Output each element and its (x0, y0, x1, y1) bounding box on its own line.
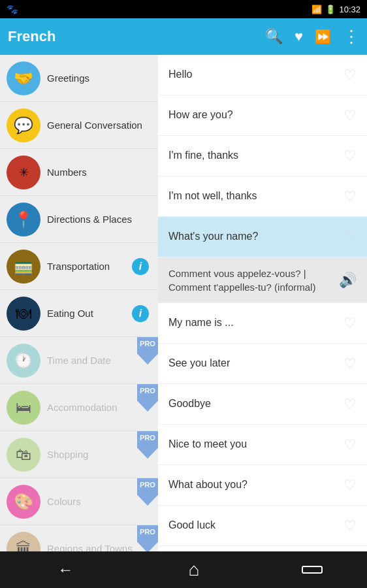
phrase-hello-heart[interactable]: ♡ (343, 67, 357, 84)
phrase-nice-meet[interactable]: Nice to meet you ♡ (158, 425, 367, 465)
home-button[interactable]: ⌂ (176, 554, 213, 585)
phrase-good-luck-text: Good luck (168, 518, 338, 532)
phrase-not-well-heart[interactable]: ♡ (343, 188, 357, 205)
main-content: 🤝 Greetings 💬 General Conversation ✳ Num… (0, 55, 367, 551)
phrase-whats-name-heart[interactable]: ♡ (343, 229, 357, 246)
android-icon: 🐾 (7, 4, 18, 14)
phrase-goodbye-heart[interactable]: ♡ (343, 396, 357, 413)
general-conversation-icon: 💬 (7, 108, 40, 142)
transportation-icon: 🚃 (7, 250, 40, 284)
phrase-what-about-heart[interactable]: ♡ (343, 477, 357, 494)
directions-label: Directions & Places (47, 214, 132, 225)
wifi-icon: 📶 (311, 5, 322, 14)
phrase-im-fine-text: I'm fine, thanks (168, 148, 338, 163)
battery-icon: 🔋 (325, 5, 336, 14)
sidebar-item-transportation[interactable]: 🚃 Transportation i (0, 243, 158, 290)
accommodation-icon: 🛏 (7, 391, 40, 425)
phrase-see-later[interactable]: See you later ♡ (158, 344, 367, 384)
colours-pro-badge: PRO (137, 478, 158, 506)
phrase-my-name-heart[interactable]: ♡ (343, 315, 357, 332)
menu-button[interactable]: ⋮ (343, 27, 359, 47)
eating-out-info-badge[interactable]: i (132, 305, 149, 322)
phrase-translation-speaker[interactable]: 🔊 (339, 272, 357, 289)
phrase-good-luck-heart[interactable]: ♡ (343, 517, 357, 534)
phrase-what-about[interactable]: What about you? ♡ (158, 465, 367, 506)
accommodation-label: Accommodation (47, 402, 118, 413)
sidebar-item-colours[interactable]: 🎨 Colours PRO (0, 478, 158, 525)
shopping-label: Shopping (47, 449, 88, 460)
colours-icon: 🎨 (7, 485, 40, 519)
transportation-info-badge[interactable]: i (132, 258, 149, 275)
regions-towns-label: Regions and Towns (47, 543, 133, 551)
phrase-not-well[interactable]: I'm not well, thanks ♡ (158, 176, 367, 217)
phrase-my-name-text: My name is ... (168, 316, 338, 330)
phrase-whats-name[interactable]: What's your name? ♡ (158, 217, 367, 257)
numbers-icon: ✳ (7, 155, 40, 189)
sidebar-item-greetings[interactable]: 🤝 Greetings (0, 55, 158, 102)
sidebar-item-accommodation[interactable]: 🛏 Accommodation PRO (0, 384, 158, 431)
phrase-nice-meet-heart[interactable]: ♡ (343, 436, 357, 453)
phrase-my-name[interactable]: My name is ... ♡ (158, 303, 367, 344)
top-bar: French 🔍 ♥ ⏩ ⋮ (0, 18, 367, 55)
bottom-nav: ← ⌂ (0, 551, 367, 588)
sidebar-item-eating-out[interactable]: 🍽 Eating Out i (0, 290, 158, 337)
time-date-icon: 🕐 (7, 344, 40, 378)
greetings-icon: 🤝 (7, 61, 40, 95)
sidebar-item-shopping[interactable]: 🛍 Shopping PRO (0, 431, 158, 478)
phrase-how-are-you-text: How are you? (168, 108, 338, 122)
right-panel: Hello ♡ How are you? ♡ I'm fine, thanks … (158, 55, 367, 551)
phrase-good-luck[interactable]: Good luck ♡ (158, 506, 367, 546)
app-title: French (8, 28, 265, 45)
phrase-goodbye[interactable]: Goodbye ♡ (158, 384, 367, 425)
status-bar: 🐾 📶 🔋 10:32 (0, 0, 367, 18)
phrase-im-fine-heart[interactable]: ♡ (343, 148, 357, 165)
transportation-label: Transportation (47, 261, 110, 272)
shopping-pro-badge: PRO (137, 431, 158, 459)
phrase-what-about-text: What about you? (168, 478, 338, 492)
phrase-hello[interactable]: Hello ♡ (158, 55, 367, 95)
phrase-not-well-text: I'm not well, thanks (168, 189, 338, 203)
search-button[interactable]: 🔍 (265, 28, 283, 45)
regions-towns-icon: 🏛 (7, 532, 40, 552)
phrase-im-fine[interactable]: I'm fine, thanks ♡ (158, 136, 367, 176)
phrase-translation[interactable]: Comment vous appelez-vous? | Comment t'a… (158, 257, 367, 303)
sidebar-item-general-conversation[interactable]: 💬 General Conversation (0, 102, 158, 149)
directions-icon: 📍 (7, 203, 40, 237)
phrase-see-later-heart[interactable]: ♡ (343, 355, 357, 372)
phrase-whats-name-text: What's your name? (168, 229, 338, 244)
back-button[interactable]: ← (44, 555, 86, 584)
favorites-button[interactable]: ♥ (295, 28, 303, 45)
sidebar-item-time-date[interactable]: 🕐 Time and Date PRO (0, 337, 158, 384)
recent-button[interactable] (302, 566, 323, 574)
colours-label: Colours (47, 496, 81, 507)
numbers-label: Numbers (47, 167, 87, 178)
accommodation-pro-badge: PRO (137, 384, 158, 412)
sidebar-item-regions-towns[interactable]: 🏛 Regions and Towns PRO (0, 525, 158, 551)
time-date-label: Time and Date (47, 355, 111, 366)
sidebar: 🤝 Greetings 💬 General Conversation ✳ Num… (0, 55, 158, 551)
phrase-how-are-you-heart[interactable]: ♡ (343, 107, 357, 124)
phrase-see-later-text: See you later (168, 356, 338, 370)
phrase-hello-text: Hello (168, 67, 338, 82)
greetings-label: Greetings (47, 73, 89, 84)
phrase-translation-text: Comment vous appelez-vous? | Comment t'a… (168, 267, 334, 294)
regions-towns-pro-badge: PRO (137, 525, 158, 551)
time-date-pro-badge: PRO (137, 337, 158, 365)
phrase-how-are-you[interactable]: How are you? ♡ (158, 95, 367, 136)
clock: 10:32 (339, 5, 360, 14)
eating-out-label: Eating Out (47, 308, 93, 319)
general-conversation-label: General Conversation (47, 120, 142, 131)
phrase-nice-meet-text: Nice to meet you (168, 437, 338, 451)
sidebar-item-numbers[interactable]: ✳ Numbers (0, 149, 158, 196)
shopping-icon: 🛍 (7, 438, 40, 472)
eating-out-icon: 🍽 (7, 297, 40, 331)
play-button[interactable]: ⏩ (315, 29, 331, 44)
sidebar-item-directions-places[interactable]: 📍 Directions & Places (0, 196, 158, 243)
phrase-goodbye-text: Goodbye (168, 397, 338, 411)
